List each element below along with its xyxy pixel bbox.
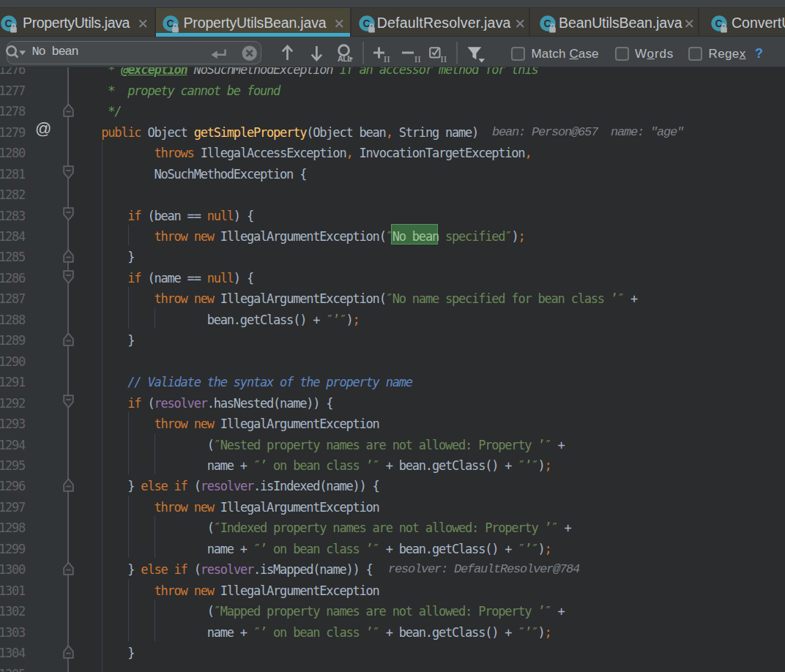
svg-text:II: II — [414, 53, 421, 64]
svg-text:II: II — [440, 53, 447, 64]
svg-text:II: II — [384, 53, 390, 64]
